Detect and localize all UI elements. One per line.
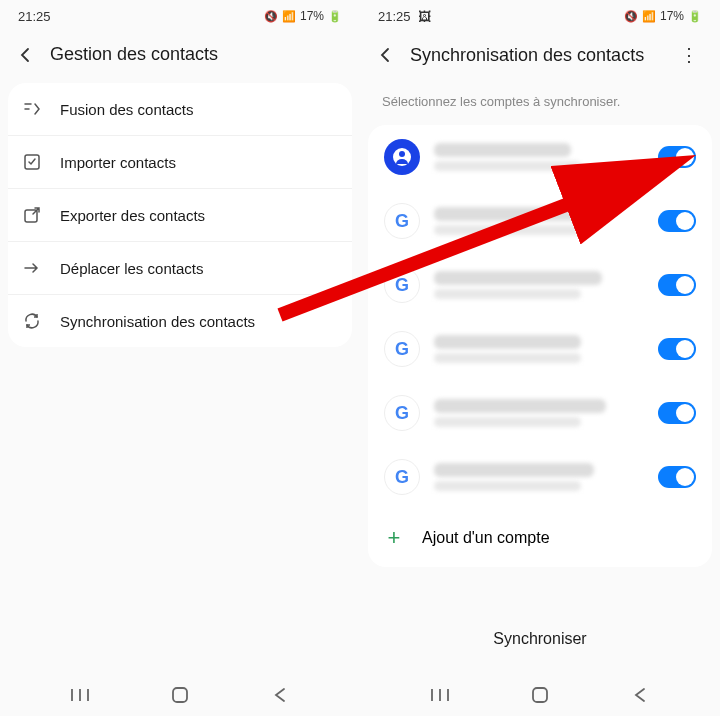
nav-back-icon[interactable] — [629, 684, 651, 706]
import-icon — [22, 152, 42, 172]
nav-home-icon[interactable] — [169, 684, 191, 706]
item-label: Fusion des contacts — [60, 101, 193, 118]
google-account-icon: G — [384, 459, 420, 495]
account-info — [434, 463, 644, 491]
account-row[interactable]: G — [368, 317, 712, 381]
move-icon — [22, 258, 42, 278]
item-export[interactable]: Exporter des contacts — [8, 189, 352, 242]
account-row[interactable] — [368, 125, 712, 189]
item-label: Importer contacts — [60, 154, 176, 171]
account-info — [434, 207, 644, 235]
mute-icon: 🔇 — [264, 10, 278, 23]
nav-back-icon[interactable] — [269, 684, 291, 706]
settings-list: Fusion des contacts Importer contacts Ex… — [8, 83, 352, 347]
wifi-icon: 📶 — [642, 10, 656, 23]
status-bar: 21:25 🖼 🔇 📶 17% 🔋 — [360, 0, 720, 30]
battery-icon: 🔋 — [328, 10, 342, 23]
add-account-label: Ajout d'un compte — [422, 529, 550, 547]
phone-left: 21:25 🔇 📶 17% 🔋 Gestion des contacts Fus… — [0, 0, 360, 716]
account-info — [434, 271, 644, 299]
google-account-icon: G — [384, 331, 420, 367]
svg-point-4 — [399, 151, 405, 157]
item-sync[interactable]: Synchronisation des contacts — [8, 295, 352, 347]
sync-toggle[interactable] — [658, 146, 696, 168]
sync-toggle[interactable] — [658, 338, 696, 360]
item-label: Synchronisation des contacts — [60, 313, 255, 330]
google-account-icon: G — [384, 203, 420, 239]
add-account-button[interactable]: + Ajout d'un compte — [368, 509, 712, 567]
mute-icon: 🔇 — [624, 10, 638, 23]
wifi-icon: 📶 — [282, 10, 296, 23]
battery-text: 17% — [660, 9, 684, 23]
svg-rect-5 — [533, 688, 547, 702]
page-title: Synchronisation des contacts — [410, 45, 660, 66]
sync-toggle[interactable] — [658, 402, 696, 424]
more-icon[interactable]: ⋮ — [674, 44, 704, 66]
sync-toggle[interactable] — [658, 210, 696, 232]
export-icon — [22, 205, 42, 225]
item-move[interactable]: Déplacer les contacts — [8, 242, 352, 295]
nav-home-icon[interactable] — [529, 684, 551, 706]
samsung-account-icon — [384, 139, 420, 175]
account-row[interactable]: G — [368, 381, 712, 445]
battery-icon: 🔋 — [688, 10, 702, 23]
back-icon[interactable] — [16, 45, 36, 65]
sync-icon — [22, 311, 42, 331]
merge-icon — [22, 99, 42, 119]
battery-text: 17% — [300, 9, 324, 23]
synchronize-button[interactable]: Synchroniser — [360, 608, 720, 670]
status-time: 21:25 🖼 — [378, 9, 431, 24]
item-label: Exporter des contacts — [60, 207, 205, 224]
status-icons: 🔇 📶 17% 🔋 — [264, 9, 342, 23]
status-icons: 🔇 📶 17% 🔋 — [624, 9, 702, 23]
google-account-icon: G — [384, 267, 420, 303]
nav-bar — [360, 670, 720, 716]
sync-toggle[interactable] — [658, 274, 696, 296]
account-row[interactable]: G — [368, 189, 712, 253]
page-title: Gestion des contacts — [50, 44, 344, 65]
subtitle: Sélectionnez les comptes à synchroniser. — [360, 84, 720, 125]
account-info — [434, 335, 644, 363]
svg-rect-2 — [173, 688, 187, 702]
nav-bar — [0, 670, 360, 716]
item-fusion[interactable]: Fusion des contacts — [8, 83, 352, 136]
sync-toggle[interactable] — [658, 466, 696, 488]
header-left: Gestion des contacts — [0, 30, 360, 83]
google-account-icon: G — [384, 395, 420, 431]
item-import[interactable]: Importer contacts — [8, 136, 352, 189]
back-icon[interactable] — [376, 45, 396, 65]
phone-right: 21:25 🖼 🔇 📶 17% 🔋 Synchronisation des co… — [360, 0, 720, 716]
nav-recents-icon[interactable] — [69, 684, 91, 706]
accounts-list: G G G G G + Ajout d'un compte — [368, 125, 712, 567]
account-row[interactable]: G — [368, 445, 712, 509]
account-info — [434, 399, 644, 427]
account-row[interactable]: G — [368, 253, 712, 317]
plus-icon: + — [384, 525, 404, 551]
status-bar: 21:25 🔇 📶 17% 🔋 — [0, 0, 360, 30]
header-right: Synchronisation des contacts ⋮ — [360, 30, 720, 84]
item-label: Déplacer les contacts — [60, 260, 203, 277]
status-time: 21:25 — [18, 9, 51, 24]
account-info — [434, 143, 644, 171]
nav-recents-icon[interactable] — [429, 684, 451, 706]
